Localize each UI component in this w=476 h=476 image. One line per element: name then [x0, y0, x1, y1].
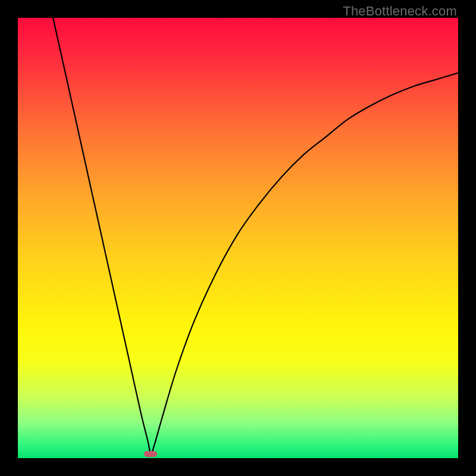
watermark-label: TheBottleneck.com — [343, 4, 457, 19]
bottleneck-curve — [18, 18, 458, 458]
minimum-marker — [144, 451, 157, 457]
chart-frame: TheBottleneck.com — [0, 0, 476, 476]
plot-area — [18, 18, 458, 458]
